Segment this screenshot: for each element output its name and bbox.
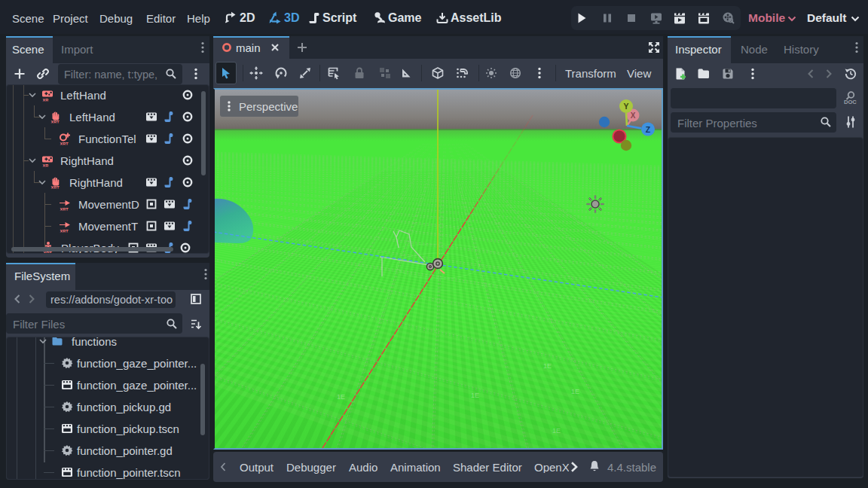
svg-text:XR: XR: [43, 98, 49, 102]
svg-text:XR: XR: [43, 163, 49, 167]
svg-text:1E: 1E: [436, 448, 444, 450]
svg-text:XRT: XRT: [51, 120, 60, 124]
svg-text:XRT: XRT: [51, 185, 60, 189]
svg-text:XRT: XRT: [60, 229, 69, 233]
svg-text:XRT: XRT: [60, 142, 69, 145]
svg-text:Y: Y: [623, 102, 628, 111]
svg-text:X: X: [631, 111, 636, 120]
svg-text:DOC: DOC: [844, 99, 857, 105]
svg-text:XRT: XRT: [60, 207, 69, 211]
svg-text:Z: Z: [646, 125, 651, 134]
